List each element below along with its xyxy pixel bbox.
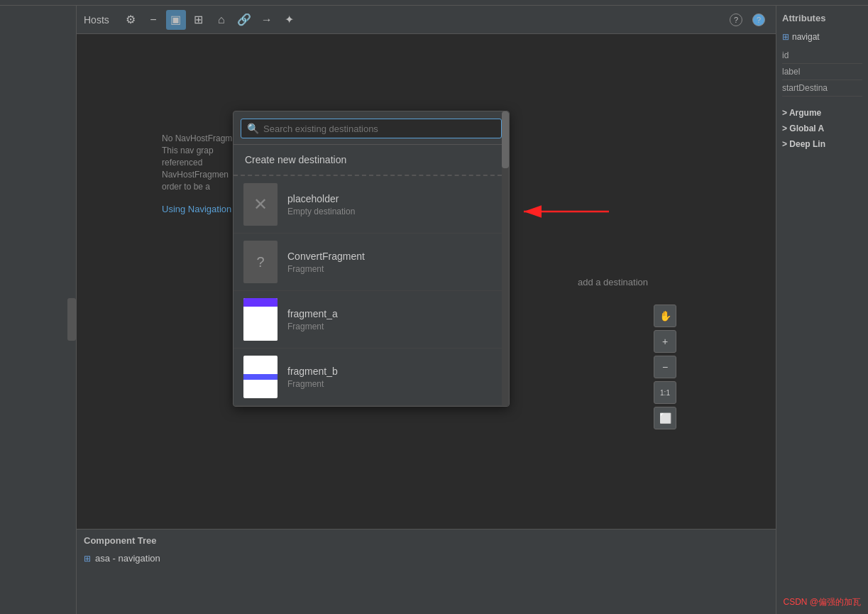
question-icon: ? xyxy=(752,13,765,26)
help-circle-icon: ? xyxy=(730,13,742,26)
list-item[interactable]: fragment_b Fragment xyxy=(234,349,509,406)
nav-icon: ⊞ xyxy=(782,32,789,42)
zoom-in-button[interactable]: + xyxy=(654,330,676,353)
placeholder-type: Empty destination xyxy=(287,207,499,216)
left-scrollbar[interactable] xyxy=(67,298,76,341)
destination-dropdown: 🔍 Create new destination ✕ xyxy=(233,111,510,407)
fragment-a-info: fragment_a Fragment xyxy=(287,308,499,331)
no-navhost-line5: order to be a xyxy=(162,182,232,192)
convert-thumb: ? xyxy=(243,241,278,283)
link-button[interactable]: 🔗 xyxy=(234,10,254,30)
convert-type: Fragment xyxy=(287,264,499,274)
side-tools: ✋ + − 1:1 ⬜ xyxy=(654,305,676,429)
ratio-button[interactable]: 1:1 xyxy=(654,381,676,404)
zoom-out-button[interactable]: − xyxy=(654,356,676,378)
component-tree-item[interactable]: ⊞ asa - navigation xyxy=(84,552,769,565)
canvas-area: No NavHostFragm This nav grap referenced… xyxy=(77,34,776,529)
search-input-wrapper[interactable]: 🔍 xyxy=(241,119,502,138)
minus-button[interactable]: − xyxy=(143,10,163,30)
top-bar xyxy=(0,0,868,6)
screen-icon: ▣ xyxy=(170,13,181,26)
frag-a-white-area xyxy=(243,307,278,341)
search-input[interactable] xyxy=(263,124,495,134)
minus-icon: − xyxy=(150,13,156,26)
search-icon: 🔍 xyxy=(247,123,259,134)
fragment-a-name: fragment_a xyxy=(287,308,499,319)
scrollbar-thumb[interactable] xyxy=(502,111,509,168)
expand-icon: ✦ xyxy=(285,13,294,26)
copy-icon: ⊞ xyxy=(194,13,203,26)
toolbar: Hosts ⚙ − ▣ ⊞ ⌂ 🔗 → ✦ xyxy=(77,6,776,34)
placeholder-thumb: ✕ xyxy=(243,183,278,226)
label-attr: label xyxy=(782,64,862,80)
plus-icon: + xyxy=(662,336,668,347)
destination-list: ✕ placeholder Empty destination ? xyxy=(234,176,509,406)
search-section: 🔍 xyxy=(234,111,509,145)
id-attr: id xyxy=(782,48,862,64)
convert-info: ConvertFragment Fragment xyxy=(287,251,499,274)
add-destination-text: add a destination xyxy=(578,276,648,287)
home-button[interactable]: ⌂ xyxy=(211,10,231,30)
fragment-a-thumb xyxy=(243,298,278,341)
attr-spacer xyxy=(782,97,862,105)
canvas-messages: No NavHostFragm This nav grap referenced… xyxy=(162,133,232,214)
placeholder-name: placeholder xyxy=(287,193,499,204)
placeholder-info: placeholder Empty destination xyxy=(287,193,499,216)
create-new-destination-row[interactable]: Create new destination xyxy=(234,145,509,176)
component-tree: Component Tree ⊞ asa - navigation xyxy=(77,529,776,614)
hand-icon: ✋ xyxy=(659,310,671,322)
fragment-b-name: fragment_b xyxy=(287,366,499,377)
using-navigation-link[interactable]: Using Navigation xyxy=(162,204,231,214)
expand-button[interactable]: ✦ xyxy=(280,10,300,30)
no-navhost-line3: referenced xyxy=(162,158,232,168)
nav-label: navigat xyxy=(792,32,820,42)
list-item[interactable]: ✕ placeholder Empty destination xyxy=(234,176,509,234)
home-icon: ⌂ xyxy=(218,13,225,26)
help-circle-button[interactable]: ? xyxy=(726,10,746,30)
placeholder-x-icon: ✕ xyxy=(253,194,268,214)
hand-tool-button[interactable]: ✋ xyxy=(654,305,676,327)
right-panel: Attributes ⊞ navigat id label startDesti… xyxy=(776,6,868,614)
convert-name: ConvertFragment xyxy=(287,251,499,262)
hosts-label: Hosts xyxy=(84,14,109,26)
fragment-b-type: Fragment xyxy=(287,379,499,389)
arrow-icon: → xyxy=(261,13,273,26)
frame-button[interactable]: ⬜ xyxy=(654,407,676,429)
tree-item-label: asa - navigation xyxy=(95,553,160,564)
copy-button[interactable]: ⊞ xyxy=(189,10,209,30)
no-navhost-line2: This nav grap xyxy=(162,146,232,155)
frame-icon: ⬜ xyxy=(659,412,671,424)
create-new-label: Create new destination xyxy=(245,154,346,165)
question-button[interactable]: ? xyxy=(749,10,769,30)
fragment-b-thumb xyxy=(243,356,278,398)
nav-row: ⊞ navigat xyxy=(782,32,862,42)
link-icon: 🔗 xyxy=(237,13,251,26)
gear-icon: ⚙ xyxy=(126,13,136,26)
attributes-title: Attributes xyxy=(782,13,862,23)
main-layout: Hosts ⚙ − ▣ ⊞ ⌂ 🔗 → ✦ xyxy=(0,6,868,614)
fragment-b-info: fragment_b Fragment xyxy=(287,366,499,389)
screen-button[interactable]: ▣ xyxy=(166,10,186,30)
list-item[interactable]: ? ConvertFragment Fragment xyxy=(234,234,509,291)
convert-question-icon: ? xyxy=(256,254,264,270)
fragment-a-type: Fragment xyxy=(287,322,499,331)
deep-links-section[interactable]: > Deep Lin xyxy=(782,136,862,152)
frag-a-purple-bar xyxy=(243,298,278,307)
arrow-button[interactable]: → xyxy=(257,10,277,30)
watermark: CSDN @偏强的加瓦 xyxy=(783,596,861,608)
gear-button[interactable]: ⚙ xyxy=(121,10,141,30)
dropdown-scrollbar[interactable] xyxy=(502,111,509,406)
no-navhost-line4: NavHostFragmen xyxy=(162,170,232,180)
list-item[interactable]: fragment_a Fragment xyxy=(234,291,509,349)
ratio-icon: 1:1 xyxy=(660,389,670,397)
no-navhost-line1: No NavHostFragm xyxy=(162,133,232,143)
tree-item-icon: ⊞ xyxy=(84,554,91,564)
arguments-section[interactable]: > Argume xyxy=(782,105,862,121)
start-dest-attr: startDestina xyxy=(782,80,862,97)
global-actions-section[interactable]: > Global A xyxy=(782,121,862,136)
component-tree-title: Component Tree xyxy=(84,535,769,546)
center-area: Hosts ⚙ − ▣ ⊞ ⌂ 🔗 → ✦ xyxy=(77,6,776,614)
minus-icon: − xyxy=(662,361,668,373)
left-panel xyxy=(0,6,77,614)
